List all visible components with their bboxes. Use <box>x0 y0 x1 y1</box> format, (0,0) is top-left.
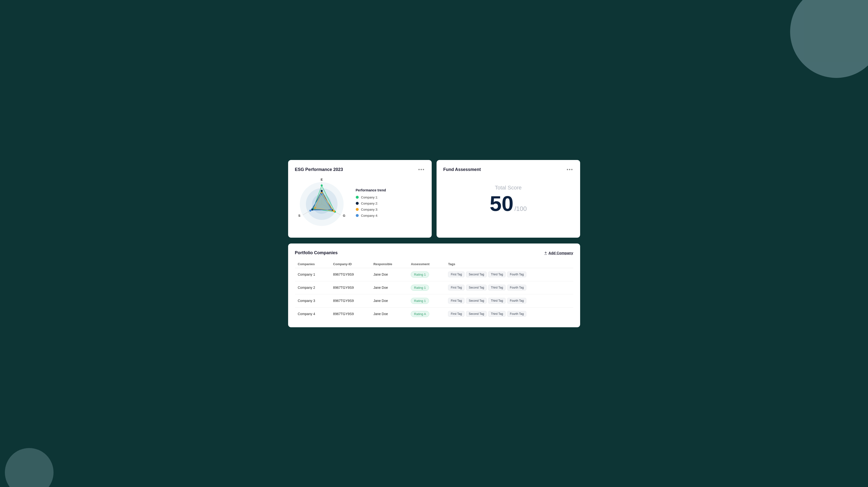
cell-company: Company 1 <box>295 268 330 281</box>
tag[interactable]: Second Tag <box>466 298 487 304</box>
cell-responsible: Jane Doe <box>370 307 408 320</box>
tag[interactable]: First Tag <box>448 298 465 304</box>
cell-assessment: Rating 1 <box>408 294 445 307</box>
cell-assessment: Rating 1 <box>408 281 445 294</box>
tag[interactable]: First Tag <box>448 285 465 290</box>
svg-point-14 <box>321 190 323 192</box>
svg-text:G: G <box>343 214 345 218</box>
tag[interactable]: Third Tag <box>488 271 506 277</box>
score-display: 50 /100 <box>490 193 527 214</box>
bg-circle-top-right <box>790 0 868 78</box>
portfolio-table: Companies Company-ID Responsible Assessm… <box>295 260 573 320</box>
legend-dot-company4 <box>356 214 359 217</box>
radar-chart: E S G <box>295 177 348 231</box>
legend-item-company1: Company 1: <box>356 196 425 199</box>
tag[interactable]: First Tag <box>448 271 465 277</box>
cell-tags: First TagSecond TagThird TagFourth Tag <box>445 281 573 294</box>
tags-cell: First TagSecond TagThird TagFourth Tag <box>448 285 570 290</box>
tags-cell: First TagSecond TagThird TagFourth Tag <box>448 271 570 277</box>
rating-badge: Rating 1 <box>411 285 429 291</box>
add-company-button[interactable]: + Add Company <box>545 250 573 255</box>
legend-dot-company2 <box>356 202 359 205</box>
cell-responsible: Jane Doe <box>370 281 408 294</box>
legend-label-company2: Company 2: <box>361 202 378 205</box>
cell-company: Company 3 <box>295 294 330 307</box>
rating-badge: Rating 1 <box>411 271 429 278</box>
add-icon: + <box>545 250 547 255</box>
cell-company-id: 8967TGY9S9 <box>330 281 371 294</box>
tag[interactable]: Third Tag <box>488 311 506 317</box>
tag[interactable]: Third Tag <box>488 285 506 290</box>
cell-tags: First TagSecond TagThird TagFourth Tag <box>445 307 573 320</box>
svg-point-23 <box>309 210 311 211</box>
cell-responsible: Jane Doe <box>370 268 408 281</box>
cell-company: Company 2 <box>295 281 330 294</box>
table-body: Company 18967TGY9S9Jane DoeRating 1First… <box>295 268 573 320</box>
cell-assessment: Rating 1 <box>408 268 445 281</box>
cell-company-id: 8967TGY9S9 <box>330 294 371 307</box>
table-row[interactable]: Company 38967TGY9S9Jane DoeRating 1First… <box>295 294 573 307</box>
portfolio-header: Portfolio Companies + Add Company <box>295 250 573 255</box>
total-score-label: Total Score <box>495 184 522 191</box>
legend-label-company1: Company 1: <box>361 196 378 199</box>
table-header-row: Companies Company-ID Responsible Assessm… <box>295 260 573 268</box>
esg-performance-card: ESG Performance 2023 ••• <box>288 160 432 238</box>
svg-point-24 <box>330 208 332 210</box>
legend-item-company3: Company 3: <box>356 208 425 211</box>
cell-company: Company 4 <box>295 307 330 320</box>
svg-point-10 <box>321 184 323 186</box>
rating-badge: Rating 1 <box>411 298 429 304</box>
tag[interactable]: Second Tag <box>466 271 487 277</box>
legend-label-company4: Company 4: <box>361 214 378 218</box>
svg-point-20 <box>333 210 335 212</box>
fund-card-title: Fund Assessment <box>443 167 481 172</box>
tags-cell: First TagSecond TagThird TagFourth Tag <box>448 298 570 304</box>
add-company-label: Add Company <box>549 251 573 255</box>
table-row[interactable]: Company 48967TGY9S9Jane DoeRating AFirst… <box>295 307 573 320</box>
table-head: Companies Company-ID Responsible Assessm… <box>295 260 573 268</box>
col-companies: Companies <box>295 260 330 268</box>
tag[interactable]: Fourth Tag <box>507 285 526 290</box>
score-denominator: /100 <box>515 205 527 212</box>
svg-point-22 <box>321 193 323 195</box>
col-responsible: Responsible <box>370 260 408 268</box>
tag[interactable]: Fourth Tag <box>507 298 526 304</box>
legend-item-company2: Company 2: <box>356 202 425 205</box>
score-value: 50 <box>490 193 514 214</box>
dashboard: ESG Performance 2023 ••• <box>288 160 580 327</box>
fund-card-body: Total Score 50 /100 <box>443 177 573 222</box>
tag[interactable]: First Tag <box>448 311 465 317</box>
cell-company-id: 8967TGY9S9 <box>330 268 371 281</box>
svg-text:S: S <box>298 214 300 218</box>
esg-legend: Performance trend Company 1: Company 2: … <box>356 188 425 220</box>
tag[interactable]: Second Tag <box>466 311 487 317</box>
tag[interactable]: Fourth Tag <box>507 271 526 277</box>
tag[interactable]: Second Tag <box>466 285 487 290</box>
legend-dot-company1 <box>356 196 359 199</box>
bg-circle-bottom-left <box>5 448 54 487</box>
esg-menu-dots[interactable]: ••• <box>418 167 425 172</box>
table-row[interactable]: Company 28967TGY9S9Jane DoeRating 1First… <box>295 281 573 294</box>
fund-assessment-card: Fund Assessment ••• Total Score 50 /100 <box>437 160 580 238</box>
esg-card-title: ESG Performance 2023 <box>295 167 343 172</box>
rating-badge: Rating A <box>411 311 429 317</box>
tag[interactable]: Third Tag <box>488 298 506 304</box>
legend-label-company3: Company 3: <box>361 208 378 211</box>
table-row[interactable]: Company 18967TGY9S9Jane DoeRating 1First… <box>295 268 573 281</box>
col-company-id: Company-ID <box>330 260 371 268</box>
cell-tags: First TagSecond TagThird TagFourth Tag <box>445 268 573 281</box>
legend-title: Performance trend <box>356 188 425 192</box>
col-tags: Tags <box>445 260 573 268</box>
legend-dot-company3 <box>356 208 359 211</box>
fund-menu-dots[interactable]: ••• <box>566 167 573 172</box>
portfolio-card: Portfolio Companies + Add Company Compan… <box>288 244 580 327</box>
fund-card-header: Fund Assessment ••• <box>443 167 573 172</box>
tag[interactable]: Fourth Tag <box>507 311 526 317</box>
svg-text:E: E <box>320 178 323 181</box>
legend-item-company4: Company 4: <box>356 214 425 218</box>
top-row: ESG Performance 2023 ••• <box>288 160 580 238</box>
tags-cell: First TagSecond TagThird TagFourth Tag <box>448 311 570 317</box>
cell-tags: First TagSecond TagThird TagFourth Tag <box>445 294 573 307</box>
cell-responsible: Jane Doe <box>370 294 408 307</box>
cell-company-id: 8967TGY9S9 <box>330 307 371 320</box>
